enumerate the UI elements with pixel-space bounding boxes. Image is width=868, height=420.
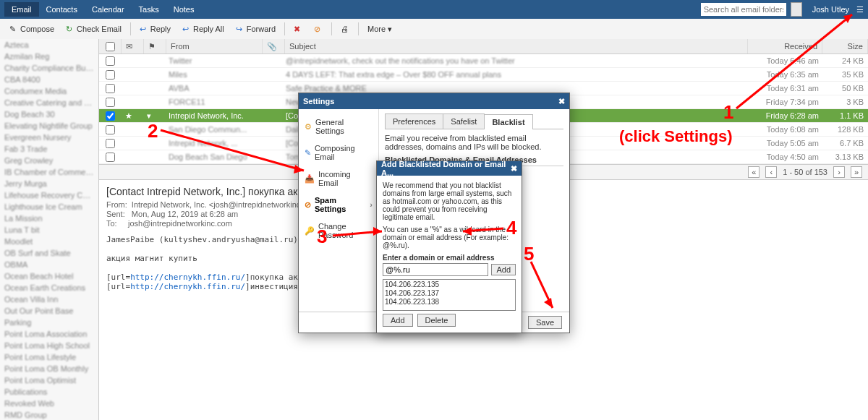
folder-item[interactable]: RMD Group: [0, 409, 98, 420]
folder-item[interactable]: OB Surf and Skate: [0, 247, 98, 259]
tab-notes[interactable]: Notes: [166, 2, 202, 17]
row-flag[interactable]: [142, 54, 164, 67]
subject-header[interactable]: Subject: [285, 39, 748, 53]
folder-item[interactable]: Fab 3 Trade: [0, 143, 98, 155]
folder-item[interactable]: Ocean Villa Inn: [0, 293, 98, 305]
row-checkbox[interactable]: [106, 98, 115, 107]
message-row[interactable]: Miles4 DAYS LEFT: That extra edge – Over…: [99, 68, 868, 82]
row-star[interactable]: [121, 123, 142, 136]
blacklist-entry[interactable]: 104.206.223.137: [385, 289, 514, 298]
folder-item[interactable]: Condumex Media: [0, 85, 98, 97]
domain-input[interactable]: [383, 263, 488, 276]
star-column-icon[interactable]: ✉: [122, 39, 144, 53]
compose-button[interactable]: ✎Compose: [4, 22, 59, 36]
row-star[interactable]: [121, 150, 142, 163]
blacklist-entry[interactable]: 104.206.223.138: [385, 298, 514, 307]
tab-blacklist[interactable]: Blacklist: [484, 114, 532, 129]
folder-item[interactable]: Dog Beach 30: [0, 108, 98, 120]
row-flag[interactable]: [142, 150, 164, 163]
nav-password[interactable]: 🔑Change Password: [299, 218, 378, 244]
folder-item[interactable]: Charity Compliance Business: [0, 62, 98, 74]
folder-item[interactable]: Parking: [0, 317, 98, 328]
folder-item[interactable]: Revoked Web: [0, 398, 98, 409]
received-header[interactable]: Received: [748, 39, 822, 53]
prev-page-button[interactable]: ‹: [765, 166, 777, 178]
tab-calendar[interactable]: Calendar: [85, 2, 132, 17]
tab-tasks[interactable]: Tasks: [132, 2, 166, 17]
reply-button[interactable]: ↩Reply: [135, 22, 176, 36]
size-header[interactable]: Size: [822, 39, 868, 53]
folder-item[interactable]: Point Loma Lifestyle: [0, 351, 98, 363]
row-checkbox[interactable]: [106, 84, 115, 93]
nav-general[interactable]: ⚙General Settings: [299, 113, 378, 140]
tab-preferences[interactable]: Preferences: [385, 113, 443, 129]
print-button[interactable]: 🖨: [336, 22, 354, 36]
forward-button[interactable]: ↪Forward: [231, 22, 281, 36]
row-star[interactable]: [121, 95, 142, 108]
folder-item[interactable]: Ocean Earth Creations: [0, 282, 98, 293]
attachment-column-icon[interactable]: 📎: [263, 39, 285, 53]
settings-menu-icon[interactable]: ☰: [856, 5, 864, 14]
close-icon[interactable]: ✖: [558, 97, 565, 106]
folder-item[interactable]: CBA 8400: [0, 74, 98, 85]
folder-item[interactable]: Lifehouse Recovery Connection: [0, 189, 98, 201]
folder-item[interactable]: Azmilan Reg: [0, 51, 98, 62]
row-star[interactable]: ★: [121, 109, 142, 122]
folder-item[interactable]: IB Chamber of Commerce: [0, 166, 98, 178]
link-2[interactable]: http://chernykh.ffin.ru/: [130, 282, 245, 291]
next-page-button[interactable]: ›: [833, 166, 845, 178]
folder-item[interactable]: Point Loma OB Monthly: [0, 363, 98, 374]
row-flag[interactable]: ▾: [142, 109, 164, 122]
folder-item[interactable]: OBMA: [0, 259, 98, 270]
search-input[interactable]: [701, 3, 786, 16]
folder-item[interactable]: Evergreen Nursery: [0, 132, 98, 143]
check-email-button[interactable]: ↻Check Email: [61, 22, 127, 36]
row-star[interactable]: [121, 82, 142, 95]
tab-email[interactable]: Email: [4, 2, 39, 17]
delete-button[interactable]: Delete: [417, 314, 456, 327]
first-page-button[interactable]: «: [748, 166, 760, 178]
save-button[interactable]: Save: [528, 316, 562, 329]
add-inline-button[interactable]: Add: [491, 264, 516, 275]
row-flag[interactable]: [142, 68, 164, 81]
folder-item[interactable]: Creative Catering and Event: [0, 97, 98, 108]
blacklist-entry[interactable]: 104.206.223.135: [385, 280, 514, 289]
flag-column-icon[interactable]: ⚑: [144, 39, 166, 53]
folder-item[interactable]: Luna T bit: [0, 224, 98, 236]
from-header[interactable]: From: [166, 39, 263, 53]
more-button[interactable]: More ▾: [362, 22, 397, 37]
folder-item[interactable]: Jerry Murga: [0, 178, 98, 189]
folder-item[interactable]: Publications: [0, 386, 98, 398]
last-page-button[interactable]: »: [851, 166, 862, 178]
row-flag[interactable]: [142, 137, 164, 150]
folder-item[interactable]: Point Loma Optimist: [0, 374, 98, 386]
row-star[interactable]: [121, 68, 142, 81]
row-checkbox[interactable]: [106, 111, 115, 121]
row-flag[interactable]: [142, 95, 164, 108]
message-row[interactable]: Twitter@intrepidnetwork, check out the n…: [99, 54, 868, 68]
folder-item[interactable]: Elevating Nightlife Group: [0, 120, 98, 132]
folder-item[interactable]: Ocean Beach Hotel: [0, 270, 98, 282]
row-flag[interactable]: [142, 123, 164, 136]
row-star[interactable]: [121, 137, 142, 150]
folder-item[interactable]: Point Loma Association: [0, 328, 98, 340]
folder-item[interactable]: Greg Crowley: [0, 155, 98, 166]
delete-button[interactable]: ✖: [289, 22, 307, 36]
row-flag[interactable]: [142, 82, 164, 95]
tab-safelist[interactable]: Safelist: [443, 113, 485, 129]
nav-incoming[interactable]: 📥Incoming Email: [299, 166, 378, 192]
tab-contacts[interactable]: Contacts: [39, 2, 85, 17]
folder-item[interactable]: Out Our Point Base: [0, 305, 98, 317]
folder-item[interactable]: Azteca: [0, 39, 98, 51]
reply-all-button[interactable]: ↩Reply All: [177, 22, 229, 36]
link-1[interactable]: http://chernykh.ffin.ru/: [130, 273, 245, 282]
folder-item[interactable]: La Mission: [0, 213, 98, 224]
row-checkbox[interactable]: [106, 125, 115, 134]
row-checkbox[interactable]: [106, 56, 115, 66]
folder-item[interactable]: Point Loma High School: [0, 340, 98, 351]
row-star[interactable]: [121, 54, 142, 67]
nav-spam[interactable]: ⊘Spam Settings ›: [299, 192, 378, 218]
row-checkbox[interactable]: [106, 70, 115, 80]
folder-item[interactable]: Moodlet: [0, 236, 98, 247]
select-all-checkbox[interactable]: [106, 42, 115, 51]
